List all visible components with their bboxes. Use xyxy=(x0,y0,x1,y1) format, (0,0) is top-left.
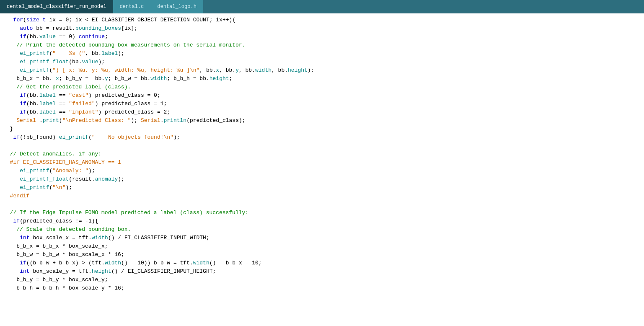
code-line: // Scale the detected bounding box. xyxy=(0,226,644,235)
tab-bar: dental_model_classifier_run_model dental… xyxy=(0,0,644,13)
code-line: b_b_w = b_b_w * box_scale_x * 16; xyxy=(0,251,644,260)
code-line xyxy=(0,142,644,151)
code-line: // Print the detected bounding box measu… xyxy=(0,42,644,50)
code-line: // If the Edge Impulse FOMO model predic… xyxy=(0,210,644,218)
code-line: for(size_t ix = 0; ix < EI_CLASSIFIER_OB… xyxy=(0,17,644,25)
code-line: // Detect anomalies, if any: xyxy=(0,151,644,159)
code-line: } xyxy=(0,126,644,134)
code-line: Serial.print("\nPredicted Class: "); Ser… xyxy=(0,117,644,126)
code-line: b_b_y = b_b_y * box_scale_y; xyxy=(0,277,644,285)
code-line: if(!bb_found) ei_printf(" No objects fou… xyxy=(0,134,644,142)
code-line: b b h = b b h * box scale y * 16; xyxy=(0,285,644,293)
tab-dental-logo[interactable]: dental_logo.h xyxy=(150,0,203,13)
code-line: int box_scale_x = tft.width() / EI_CLASS… xyxy=(0,235,644,243)
code-line: // Get the predicted label (class). xyxy=(0,84,644,92)
code-line: auto bb = result.bounding_boxes[ix]; xyxy=(0,25,644,34)
code-line: ei_printf_float(bb.value); xyxy=(0,59,644,67)
code-line: if(bb.label == "implant") predicted_clas… xyxy=(0,109,644,117)
code-line: b_b_x = bb.x; b_b_y = bb.y; b_b_w = bb.w… xyxy=(0,75,644,84)
code-line: ei_printf(") [ x: %u, y: %u, width: %u, … xyxy=(0,67,644,75)
code-line: if(bb.value == 0) continue; xyxy=(0,34,644,42)
code-line: ei_printf_float(result.anomaly); xyxy=(0,176,644,184)
code-line: int box_scale_y = tft.height() / EI_CLAS… xyxy=(0,268,644,277)
tab-dental-model[interactable]: dental_model_classifier_run_model xyxy=(0,0,113,13)
code-line: ei_printf(" %s (", bb.label); xyxy=(0,50,644,59)
code-line: if((b_b_w + b_b_x) > (tft.width() - 10))… xyxy=(0,260,644,268)
code-line: if(bb.label == "cast") predicted_class =… xyxy=(0,92,644,101)
code-line xyxy=(0,201,644,210)
code-line: ei_printf("Anomaly: "); xyxy=(0,168,644,176)
code-line: ei_printf("\n"); xyxy=(0,184,644,193)
code-line: if(predicted_class != -1){ xyxy=(0,218,644,226)
code-editor[interactable]: for(size_t ix = 0; ix < EI_CLASSIFIER_OB… xyxy=(0,13,644,326)
code-line: b_b_x = b_b_x * box_scale_x; xyxy=(0,243,644,251)
code-line: if(bb.label == "failed") predicted_class… xyxy=(0,101,644,109)
code-line: #endif xyxy=(0,193,644,201)
tab-dental-c[interactable]: dental.c xyxy=(113,0,151,13)
code-line: #if EI_CLASSIFIER_HAS_ANOMALY == 1 xyxy=(0,159,644,168)
